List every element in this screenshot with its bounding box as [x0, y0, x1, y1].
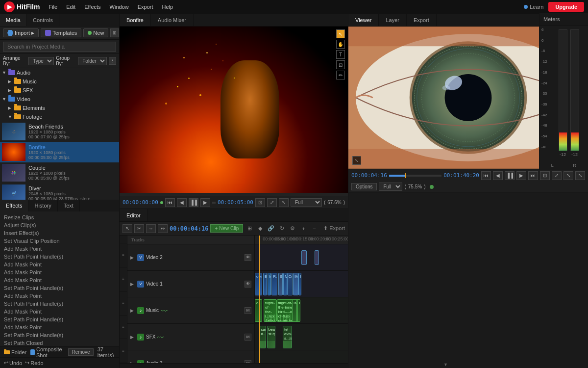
- clip-v1-img0403[interactable]: IMG_0403.mov: [293, 273, 298, 295]
- tree-item-music[interactable]: ▶ Music: [0, 77, 119, 86]
- history-item[interactable]: Resize Clips: [2, 213, 117, 221]
- tab-layer[interactable]: Layer: [379, 14, 407, 26]
- tl-razor-tool[interactable]: ✂: [134, 224, 144, 233]
- arrange-options-button[interactable]: ⋮: [109, 57, 116, 65]
- clip-v2-1[interactable]: [301, 250, 307, 265]
- history-item[interactable]: Add Mask Point: [2, 261, 117, 268]
- track-v2-collapse[interactable]: ≡: [120, 243, 127, 267]
- redo-button[interactable]: ↪ Redo: [25, 360, 43, 366]
- tl-zoom-out-button[interactable]: −: [310, 224, 318, 233]
- menu-effects[interactable]: Effects: [80, 3, 104, 11]
- track-audio3-collapse[interactable]: ≡: [120, 339, 127, 363]
- clip-v1-me[interactable]: M...e: [283, 273, 287, 295]
- options-button[interactable]: Options: [351, 183, 377, 190]
- history-item[interactable]: Set Path Point Handle(s): [2, 253, 117, 261]
- history-item[interactable]: Add Mask Point: [2, 268, 117, 276]
- trim-quality-select[interactable]: FullHalfQuarter: [291, 198, 322, 207]
- arrange-type-select[interactable]: Type: [28, 57, 54, 65]
- tl-link-button[interactable]: 🔗: [267, 224, 275, 233]
- trim-play-pause-button[interactable]: ▐▐: [189, 198, 198, 207]
- history-item[interactable]: Add Mask Point: [2, 292, 117, 300]
- viewer-fit-button[interactable]: ⊡: [540, 171, 550, 180]
- history-item[interactable]: Set Path Closed: [2, 339, 117, 347]
- history-item[interactable]: Set Path Point Handle(s): [2, 300, 117, 308]
- history-item[interactable]: Adjust Clip(s): [2, 221, 117, 229]
- trim-prev-frame-button[interactable]: ◀: [177, 198, 187, 207]
- tl-zoom-in-button[interactable]: +: [299, 224, 308, 233]
- tl-loop-button[interactable]: ↻: [277, 224, 286, 233]
- track-music-mute[interactable]: M: [245, 307, 251, 314]
- history-item[interactable]: Set Path Point Handle(s): [2, 331, 117, 339]
- viewer-zoom-in-button[interactable]: ⤡: [575, 171, 585, 180]
- track-v1-eye[interactable]: 👁: [245, 281, 251, 288]
- tab-history[interactable]: History: [28, 200, 57, 211]
- import-button[interactable]: Import ▶: [3, 28, 39, 37]
- history-item[interactable]: Set Path Point Handle(s): [2, 284, 117, 292]
- tab-editor[interactable]: Editor: [120, 209, 148, 221]
- viewer-quality-select[interactable]: FullHalf: [379, 183, 402, 191]
- tl-export-button[interactable]: ⬆ Export: [323, 225, 345, 232]
- track-expand-v1[interactable]: ▶: [130, 282, 135, 287]
- tl-select-tool[interactable]: ↖: [122, 224, 132, 233]
- group-folder-select[interactable]: Folder: [78, 57, 107, 65]
- tab-bonfire[interactable]: Bonfire: [120, 14, 151, 26]
- viewer-corner-button[interactable]: ⤡: [352, 156, 361, 165]
- tree-item-footage[interactable]: ▼ Footage: [0, 112, 119, 121]
- tab-effects[interactable]: Effects: [0, 200, 28, 211]
- new-button[interactable]: New: [83, 28, 108, 37]
- viewer-to-start[interactable]: ⏮: [481, 171, 491, 180]
- learn-button[interactable]: Learn: [524, 4, 543, 10]
- tab-audio-mixer[interactable]: Audio Mixer: [151, 14, 194, 26]
- clip-sfx-telaviv[interactable]: tel-aviv-a...ist.rp3: [283, 326, 292, 348]
- track-sfx-mute[interactable]: M: [245, 334, 251, 341]
- upgrade-button[interactable]: Upgrade: [548, 2, 584, 12]
- tl-slip-tool[interactable]: ↔: [146, 224, 156, 233]
- timeline-ruler[interactable]: 00:00:05:00 00:00:10:00 00:00:15:00 00:0…: [255, 236, 348, 244]
- trim-zoom-fit-button[interactable]: ⤢: [267, 198, 277, 207]
- clip-v1-couple[interactable]: Couple: [287, 273, 293, 295]
- templates-button[interactable]: Templates: [41, 28, 81, 37]
- history-item[interactable]: Insert Effect(s): [2, 229, 117, 237]
- crop-tool-button[interactable]: ⊡: [336, 60, 345, 69]
- tree-item-audio[interactable]: ▼ Audio: [0, 68, 119, 77]
- media-item-couple[interactable]: 👫 Couple 1920 × 1080 pixels 00:00:05:00 …: [0, 162, 119, 183]
- search-input[interactable]: [3, 42, 116, 52]
- tl-marker-button[interactable]: ◆: [256, 224, 265, 233]
- tree-item-sfx[interactable]: ▶ SFX: [0, 86, 119, 95]
- menu-export[interactable]: Export: [134, 3, 157, 11]
- undo-button[interactable]: ↩ Undo: [4, 360, 22, 366]
- pen-tool-button[interactable]: ✏: [336, 71, 345, 79]
- tab-media[interactable]: Media: [0, 14, 27, 26]
- select-tool-button[interactable]: ↖: [336, 29, 345, 38]
- viewer-progress-bar[interactable]: [389, 175, 441, 177]
- track-audio3-mute[interactable]: M: [245, 360, 251, 364]
- history-item[interactable]: Add Mask Point: [2, 323, 117, 331]
- menu-file[interactable]: File: [45, 3, 61, 11]
- tab-text[interactable]: Text: [58, 200, 80, 211]
- track-expand-music[interactable]: ▶: [130, 308, 135, 313]
- track-v1-collapse[interactable]: ≡: [120, 267, 127, 291]
- clip-v1-skater[interactable]: Skatir...: [278, 273, 283, 295]
- trim-fit-button[interactable]: ⊡: [255, 198, 265, 207]
- menu-help[interactable]: Help: [158, 3, 177, 11]
- grid-view-button[interactable]: ⊞: [110, 28, 119, 37]
- clip-music-flux1[interactable]: flight-of-the-i...lux Artlist.mp3: [264, 299, 277, 322]
- trim-scrub-bar[interactable]: [120, 193, 348, 196]
- trim-progress-bar[interactable]: [212, 202, 216, 204]
- trim-zoom-out-button[interactable]: ⤡: [279, 198, 289, 207]
- clip-v1-zoom[interactable]: oom...ing: [255, 273, 262, 295]
- history-item[interactable]: Set Visual Clip Position: [2, 237, 117, 245]
- remove-button[interactable]: Remove: [68, 348, 93, 356]
- track-sfx-collapse[interactable]: ≡: [120, 315, 127, 340]
- viewer-next-frame[interactable]: ▶: [516, 171, 526, 180]
- menu-edit[interactable]: Edit: [62, 3, 79, 11]
- trim-play-button[interactable]: ▶: [200, 198, 210, 207]
- clip-music-im[interactable]: IM: [297, 299, 300, 322]
- clip-music-img[interactable]: IMG_0403.mov: [292, 299, 297, 322]
- text-tool-button[interactable]: T: [336, 50, 345, 59]
- clip-sfx-beach[interactable]: beach st.rp3...ade: [267, 326, 275, 348]
- track-music-collapse[interactable]: ≡: [120, 291, 127, 315]
- tree-item-elements[interactable]: ▶ Elements: [0, 104, 119, 112]
- clip-v1-r2[interactable]: R...2: [271, 273, 277, 295]
- clip-sfx-car[interactable]: car-d...t.mp3: [260, 326, 266, 348]
